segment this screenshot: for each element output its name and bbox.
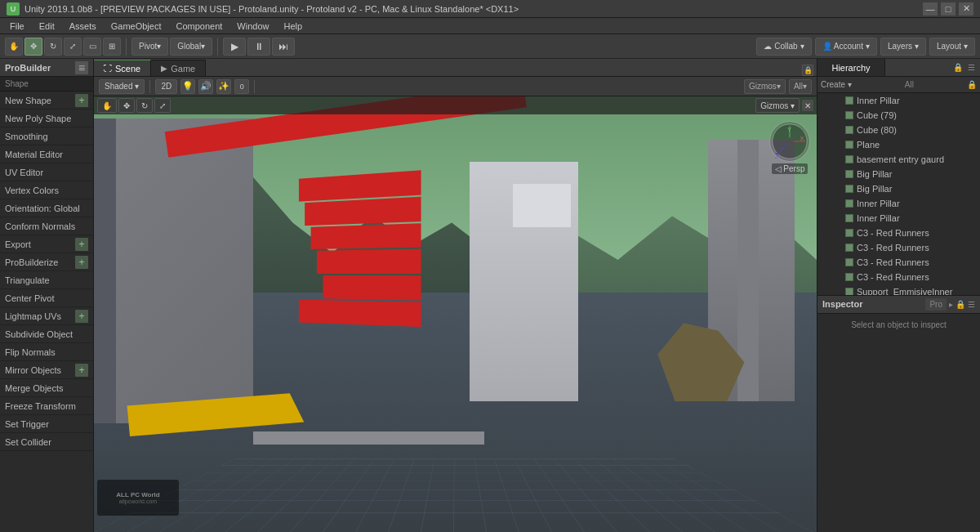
viewport-close-btn[interactable]: ✕	[802, 100, 813, 111]
shaded-dropdown[interactable]: Shaded	[99, 79, 145, 94]
maximize-button[interactable]: □	[941, 2, 956, 16]
pb-item-new-poly-shape[interactable]: New Poly Shape	[0, 110, 93, 127]
expand-tab[interactable]: ▸	[949, 300, 953, 309]
menu-item-window[interactable]: Window	[230, 20, 275, 33]
pb-item-add-btn[interactable]: +	[75, 238, 88, 251]
vp-gizmos-btn[interactable]: Gizmos ▾	[755, 98, 800, 113]
scene-lock-button[interactable]: 🔒	[802, 65, 813, 76]
hierarchy-menu-btn[interactable]: ☰	[965, 62, 977, 74]
pb-item-subdivide-object[interactable]: Subdivide Object	[0, 325, 93, 343]
pb-item-new-shape[interactable]: New Shape+	[0, 92, 93, 110]
pb-item-triangulate[interactable]: Triangulate	[0, 271, 93, 289]
pb-item-conform-normals[interactable]: Conform Normals	[0, 217, 93, 235]
hierarchy-list-item[interactable]: Support_EmmisiveInner	[817, 284, 980, 295]
hier-item-label: Plane	[857, 140, 880, 150]
menu-item-file[interactable]: File	[3, 20, 31, 33]
pb-item-vertex-colors[interactable]: Vertex Colors	[0, 181, 93, 199]
scale-tool[interactable]: ⤢	[64, 38, 82, 56]
hierarchy-list-item[interactable]: Inner Pillar	[817, 211, 980, 226]
hierarchy-list[interactable]: Inner Pillar Cube (79) Cube (80) Plane b…	[817, 93, 980, 295]
hierarchy-list-item[interactable]: Big Pillar	[817, 167, 980, 181]
pb-item-center-pivot[interactable]: Center Pivot	[0, 289, 93, 307]
scene-lighting-toggle[interactable]: 💡	[180, 79, 195, 94]
play-button[interactable]: ▶	[223, 38, 246, 56]
scene-audio-toggle[interactable]: 🔊	[198, 79, 213, 94]
hierarchy-tab[interactable]: Hierarchy	[817, 59, 885, 76]
pb-item-set-trigger[interactable]: Set Trigger	[0, 415, 93, 433]
pb-item-add-btn[interactable]: +	[75, 94, 88, 107]
pb-item-lightmap-uvs[interactable]: Lightmap UVs+	[0, 307, 93, 325]
rect-tool[interactable]: ▭	[83, 38, 101, 56]
scene-hidden-toggle[interactable]: 0	[234, 79, 249, 94]
scene-effects-toggle[interactable]: ✨	[216, 79, 231, 94]
hierarchy-list-item[interactable]: basement entry gaurd	[817, 152, 980, 167]
pb-item-material-editor[interactable]: Material Editor	[0, 145, 93, 163]
pb-item-uv-editor[interactable]: UV Editor	[0, 163, 93, 181]
hierarchy-list-item[interactable]: Plane	[817, 137, 980, 152]
minimize-button[interactable]: —	[923, 2, 938, 16]
inspector-tab[interactable]: Inspector	[822, 299, 863, 309]
pivot-button[interactable]: Pivot ▾	[131, 38, 168, 56]
gizmos-button[interactable]: Gizmos	[744, 79, 786, 94]
all-button[interactable]: All	[789, 79, 812, 94]
pb-item-merge-objects[interactable]: Merge Objects	[0, 379, 93, 397]
close-button[interactable]: ✕	[959, 2, 973, 16]
hierarchy-list-item[interactable]: Big Pillar	[817, 181, 980, 196]
hierarchy-list-item[interactable]: C3 - Red Runners	[817, 255, 980, 270]
scene-sep-2	[254, 80, 255, 93]
layers-button[interactable]: Layers	[880, 38, 926, 56]
hierarchy-list-item[interactable]: Cube (79)	[817, 108, 980, 123]
scene-tab[interactable]: ⛶ Scene	[94, 60, 151, 76]
hierarchy-list-item[interactable]: Inner Pillar	[817, 196, 980, 211]
menu-item-edit[interactable]: Edit	[33, 20, 61, 33]
menu-item-assets[interactable]: Assets	[63, 20, 103, 33]
pb-item-smoothing[interactable]: Smoothing	[0, 127, 93, 145]
pb-item-mirror-objects[interactable]: Mirror Objects+	[0, 361, 93, 379]
step-button[interactable]: ⏭	[272, 38, 295, 56]
vp-rotate-tool[interactable]: ↻	[136, 98, 153, 113]
pb-item-export[interactable]: Export+	[0, 235, 93, 253]
pb-item-add-btn[interactable]: +	[75, 256, 88, 269]
compass-ring[interactable]: Y X Z	[769, 121, 810, 162]
hierarchy-lock-icon[interactable]: 🔒	[967, 80, 977, 89]
pro-tab[interactable]: Pro	[925, 298, 947, 311]
pb-item-add-btn[interactable]: +	[75, 310, 88, 323]
hierarchy-list-item[interactable]: Inner Pillar	[817, 93, 980, 108]
hierarchy-list-item[interactable]: C3 - Red Runners	[817, 240, 980, 255]
pause-button[interactable]: ⏸	[247, 38, 270, 56]
game-tab[interactable]: ▶ Game	[151, 60, 206, 76]
pb-item-probuilderize[interactable]: ProBuilderize+	[0, 253, 93, 271]
global-button[interactable]: Global ▾	[170, 38, 212, 56]
pb-item-add-btn[interactable]: +	[75, 364, 88, 377]
2d-button[interactable]: 2D	[155, 79, 177, 94]
move-tool[interactable]: ✥	[24, 38, 42, 56]
menu-item-help[interactable]: Help	[277, 20, 309, 33]
hand-tool[interactable]: ✋	[5, 38, 23, 56]
vp-hand-tool[interactable]: ✋	[97, 98, 117, 113]
hierarchy-list-item[interactable]: C3 - Red Runners	[817, 226, 980, 240]
hierarchy-list-item[interactable]: Cube (80)	[817, 123, 980, 137]
probuilder-items: New Shape+New Poly ShapeSmoothingMateria…	[0, 92, 93, 451]
persp-label[interactable]: ◁ Persp	[772, 163, 808, 174]
viewport[interactable]: ✋ ✥ ↻ ⤢ Gizmos ▾ ✕	[94, 96, 817, 532]
pb-item-set-collider[interactable]: Set Collider	[0, 433, 93, 451]
hierarchy-lock-btn[interactable]: 🔒	[952, 62, 964, 74]
hierarchy-list-item[interactable]: C3 - Red Runners	[817, 270, 980, 284]
rotate-tool[interactable]: ↻	[44, 38, 62, 56]
menu-item-component[interactable]: Component	[169, 20, 229, 33]
probuilder-add-button[interactable]: ≡	[75, 61, 88, 74]
account-button[interactable]: 👤 Account	[815, 38, 877, 56]
pb-item-flip-normals[interactable]: Flip Normals	[0, 343, 93, 361]
menu-item-gameobject[interactable]: GameObject	[105, 20, 168, 33]
collab-button[interactable]: ☁ Collab	[756, 38, 811, 56]
create-button[interactable]: Create ▾	[821, 80, 852, 89]
vp-move-tool[interactable]: ✥	[118, 98, 135, 113]
pb-item-orientation:-global[interactable]: Orientation: Global	[0, 199, 93, 217]
transform-tool[interactable]: ⊞	[103, 38, 121, 56]
layout-button[interactable]: Layout	[929, 38, 975, 56]
inspector-lock-btn[interactable]: 🔒	[956, 300, 965, 309]
cube-icon	[844, 199, 855, 208]
vp-scale-tool[interactable]: ⤢	[154, 98, 171, 113]
inspector-menu-btn[interactable]: ☰	[968, 300, 975, 309]
pb-item-freeze-transform[interactable]: Freeze Transform	[0, 397, 93, 415]
